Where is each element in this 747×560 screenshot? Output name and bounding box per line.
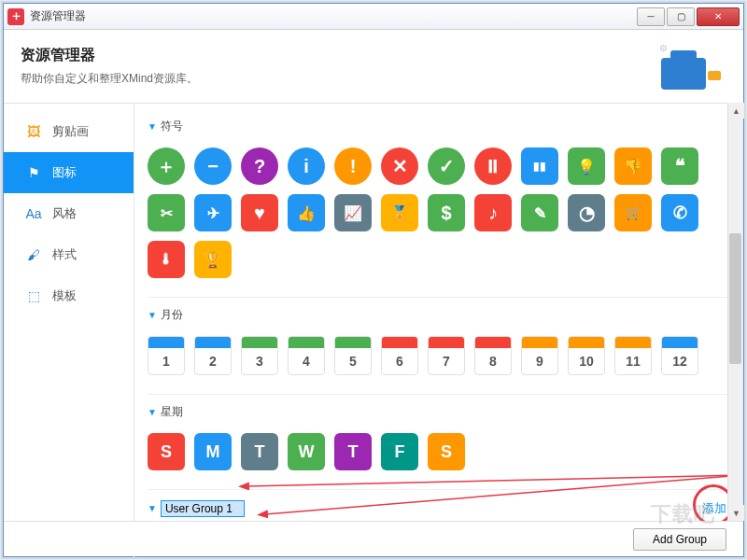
month-3[interactable]: 3 [241, 336, 278, 375]
sidebar-item-4[interactable]: ⬚模板 [4, 275, 134, 316]
weekday-1[interactable]: M [194, 433, 232, 470]
maximize-button[interactable]: ▢ [667, 7, 695, 26]
page-title: 资源管理器 [21, 46, 198, 65]
medal-icon[interactable]: 🏅 [381, 194, 418, 231]
chart-icon[interactable]: 📈 [334, 194, 372, 231]
money-icon[interactable]: $ [428, 194, 465, 231]
sidebar-item-3[interactable]: 🖌样式 [4, 234, 134, 275]
titlebar[interactable]: 资源管理器 ─ ▢ ✕ [4, 4, 743, 30]
trophy-icon[interactable]: 🏆 [194, 241, 232, 278]
weekday-6[interactable]: S [428, 433, 465, 470]
scroll-down-icon[interactable]: ▼ [728, 505, 744, 521]
page-subtitle: 帮助你自定义和整理XMind资源库。 [21, 71, 198, 87]
weekday-4[interactable]: T [334, 433, 372, 470]
usergroup-row: ▼ 添加 [148, 494, 730, 523]
main-content: ▼ 符号 ＋−?i!✕✓⏸▮▮💡👎❝✂✈♥👍📈🏅$♪✎◔🛒✆🌡🏆 ▼ 月份 12… [134, 104, 743, 557]
weekday-3[interactable]: W [288, 433, 325, 470]
bars-icon[interactable]: ▮▮ [521, 147, 558, 185]
month-10[interactable]: 10 [568, 336, 605, 375]
music-icon[interactable]: ♪ [474, 194, 512, 231]
quote-icon[interactable]: ❝ [661, 147, 698, 185]
app-icon [7, 8, 24, 25]
scroll-up-icon[interactable]: ▲ [728, 103, 744, 119]
info-icon[interactable]: i [288, 147, 325, 185]
app-window: 资源管理器 ─ ▢ ✕ 资源管理器 帮助你自定义和整理XMind资源库。 ⚙⚙ … [3, 3, 744, 557]
weekday-0[interactable]: S [148, 433, 185, 470]
thumbdown-icon[interactable]: 👎 [614, 147, 652, 185]
question-icon[interactable]: ? [241, 147, 278, 185]
section-weeks-header[interactable]: ▼ 星期 [148, 399, 730, 426]
month-12[interactable]: 12 [661, 336, 698, 375]
toolbox-illustration: ⚙⚙ [652, 43, 726, 90]
section-months-header[interactable]: ▼ 月份 [148, 301, 730, 329]
add-link[interactable]: 添加 [702, 501, 726, 515]
plus-icon[interactable]: ＋ [148, 147, 185, 185]
window-title: 资源管理器 [30, 8, 635, 24]
bulb-icon[interactable]: 💡 [568, 147, 605, 185]
phone-icon[interactable]: ✆ [661, 194, 698, 231]
sidebar: 🖼剪贴画⚑图标Aa风格🖌样式⬚模板 [4, 104, 134, 557]
month-7[interactable]: 7 [428, 336, 465, 375]
pause-icon[interactable]: ⏸ [474, 147, 512, 185]
section-symbols-header[interactable]: ▼ 符号 [148, 113, 730, 140]
brush-icon: 🖌 [24, 245, 43, 264]
symbols-grid: ＋−?i!✕✓⏸▮▮💡👎❝✂✈♥👍📈🏅$♪✎◔🛒✆🌡🏆 [148, 140, 730, 293]
sidebar-item-0[interactable]: 🖼剪贴画 [4, 111, 134, 152]
cart-icon[interactable]: 🛒 [614, 194, 652, 231]
month-6[interactable]: 6 [381, 336, 418, 375]
months-grid: 123456789101112 [148, 329, 730, 390]
scroll-thumb[interactable] [729, 233, 741, 364]
tools-icon[interactable]: ✂ [148, 194, 185, 231]
scrollbar[interactable]: ▲ ▼ [727, 103, 743, 521]
month-8[interactable]: 8 [474, 336, 512, 375]
sidebar-item-1[interactable]: ⚑图标 [4, 152, 134, 193]
heart-icon[interactable]: ♥ [241, 194, 278, 231]
minus-icon[interactable]: − [194, 147, 232, 185]
month-11[interactable]: 11 [614, 336, 652, 375]
weekday-5[interactable]: F [381, 433, 418, 470]
temp-icon[interactable]: 🌡 [148, 241, 185, 278]
chevron-down-icon: ▼ [148, 121, 157, 132]
chevron-down-icon: ▼ [148, 407, 157, 417]
month-1[interactable]: 1 [148, 336, 185, 375]
month-4[interactable]: 4 [288, 336, 325, 375]
check-icon[interactable]: ✓ [428, 147, 465, 185]
close-button[interactable]: ✕ [697, 7, 740, 26]
month-9[interactable]: 9 [521, 336, 558, 375]
clipart-icon: 🖼 [24, 122, 43, 141]
minimize-button[interactable]: ─ [637, 7, 665, 26]
weekday-2[interactable]: T [241, 433, 278, 470]
weeks-grid: SMTWTFS [148, 426, 730, 485]
cross-icon[interactable]: ✕ [381, 147, 418, 185]
flag-icon: ⚑ [24, 163, 43, 182]
plane-icon[interactable]: ✈ [194, 194, 232, 231]
footer-bar: Add Group [4, 521, 743, 556]
style-icon: Aa [24, 204, 43, 223]
template-icon: ⬚ [24, 287, 43, 305]
add-group-button[interactable]: Add Group [633, 528, 726, 551]
chevron-down-icon: ▼ [148, 503, 157, 513]
sidebar-item-2[interactable]: Aa风格 [4, 193, 134, 234]
header: 资源管理器 帮助你自定义和整理XMind资源库。 ⚙⚙ [4, 30, 743, 104]
chevron-down-icon: ▼ [148, 310, 157, 320]
thumbup-icon[interactable]: 👍 [288, 194, 325, 231]
pencil-icon[interactable]: ✎ [521, 194, 558, 231]
month-2[interactable]: 2 [194, 336, 232, 375]
month-5[interactable]: 5 [334, 336, 372, 375]
usergroup-name-input[interactable] [161, 500, 245, 517]
pie-icon[interactable]: ◔ [568, 194, 605, 231]
exclaim-icon[interactable]: ! [334, 147, 372, 185]
